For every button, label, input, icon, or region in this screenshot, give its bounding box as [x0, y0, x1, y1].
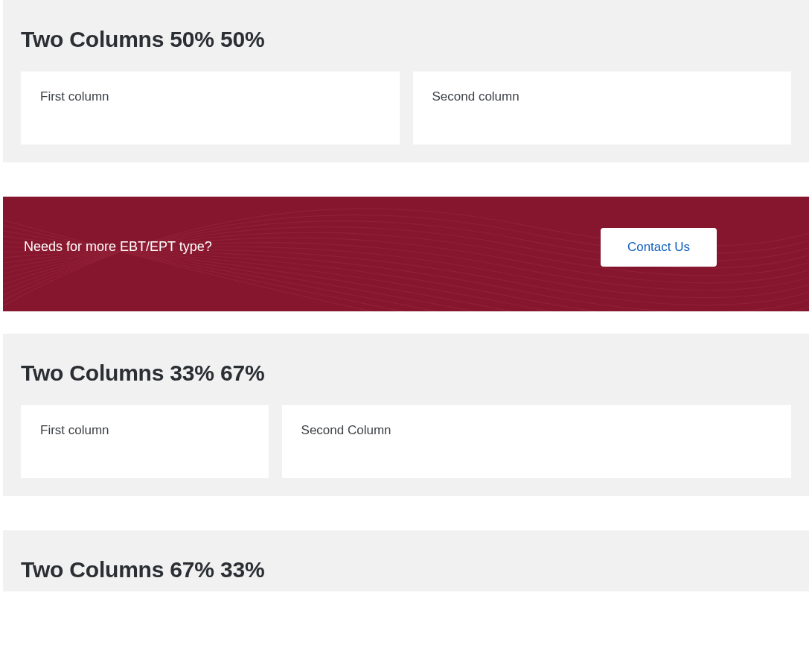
spacer — [0, 162, 812, 197]
column-2: Second Column — [282, 405, 791, 478]
column-1-text: First column — [40, 89, 109, 104]
cta-band: Needs for more EBT/EPT type? Contact Us — [3, 197, 809, 311]
section-50-50: Two Columns 50% 50% First column Second … — [3, 0, 809, 162]
column-row: First column Second column — [21, 72, 791, 144]
column-1-text: First column — [40, 423, 109, 437]
spacer — [0, 311, 812, 334]
section-33-67: Two Columns 33% 67% First column Second … — [3, 334, 809, 496]
column-2: Second column — [413, 72, 792, 144]
section-title: Two Columns 67% 33% — [21, 557, 791, 582]
column-2-text: Second column — [432, 89, 520, 104]
contact-us-button[interactable]: Contact Us — [601, 228, 717, 267]
section-title: Two Columns 33% 67% — [21, 360, 791, 386]
column-1: First column — [21, 405, 269, 478]
column-row: First column Second Column — [21, 405, 791, 478]
column-2-text: Second Column — [301, 423, 391, 437]
section-67-33: Two Columns 67% 33% — [3, 530, 809, 591]
spacer — [0, 496, 812, 530]
cta-text: Needs for more EBT/EPT type? — [24, 239, 212, 255]
column-1: First column — [21, 72, 400, 144]
section-title: Two Columns 50% 50% — [21, 27, 791, 52]
